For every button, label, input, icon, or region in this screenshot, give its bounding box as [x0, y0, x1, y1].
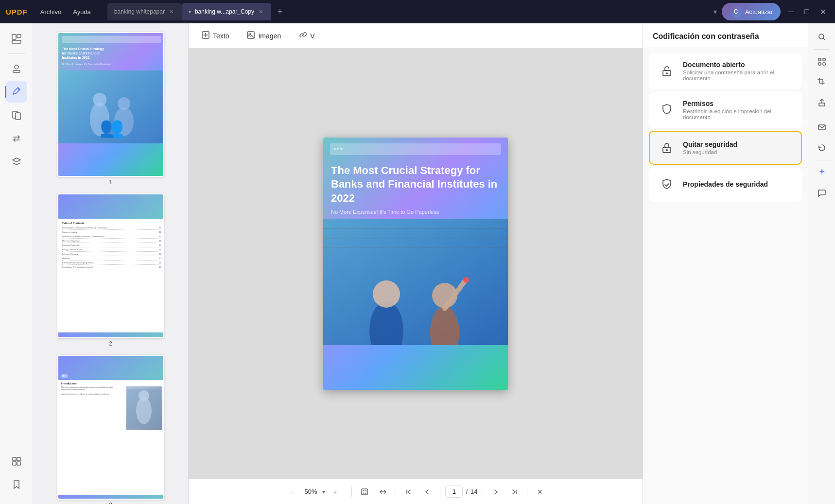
search-toolbar-icon[interactable]	[812, 27, 832, 47]
doc-viewer[interactable]: UPDF The Most Crucial Strategy for Banks…	[189, 49, 643, 479]
right-toolbar-sep-2	[814, 115, 830, 115]
svg-point-38	[666, 149, 668, 151]
menu-archivo[interactable]: Archivo	[35, 6, 66, 17]
thumb1-title: The Most Crucial Strategyfor Banks and F…	[58, 45, 164, 62]
toolbar-link[interactable]: V	[294, 28, 319, 44]
sec-open-doc[interactable]: Documento abierto Solicitar una contrase…	[649, 53, 802, 89]
svg-rect-2	[12, 40, 21, 43]
tab-1-close[interactable]: ✕	[168, 8, 175, 16]
link-tool-icon	[298, 31, 307, 41]
nav-sep-3	[440, 487, 440, 497]
thumb-num-3: 3	[109, 502, 112, 504]
crop-toolbar-icon[interactable]	[812, 72, 832, 92]
user-avatar: C	[730, 5, 742, 18]
zoom-out-button[interactable]: −	[283, 484, 299, 500]
sec-remove-security-subtitle: Sin seguridad	[683, 149, 793, 155]
svg-rect-8	[17, 457, 20, 461]
fit-page-button[interactable]	[357, 484, 372, 500]
tab-2-label: banking w...apar_Copy	[195, 8, 254, 15]
right-toolbar-sep-1	[814, 49, 830, 50]
tab-1[interactable]: banking whitepapar ✕	[107, 3, 182, 20]
fit-width-icon	[380, 488, 386, 495]
prev-page-button[interactable]	[419, 484, 435, 500]
thumb-card-2: Table of Contents Promoting Best Practic…	[57, 193, 164, 338]
thumb-card-1: The Most Crucial Strategyfor Banks and F…	[57, 32, 164, 177]
last-page-button[interactable]	[506, 484, 522, 500]
svg-point-20	[249, 33, 251, 35]
thumbnail-1[interactable]: The Most Crucial Strategyfor Banks and F…	[33, 28, 188, 190]
thumb-card-3: 01 Introduction The contemporary economi…	[57, 355, 164, 500]
link-tool-label: V	[310, 32, 314, 40]
page-sep: /	[466, 488, 468, 495]
people-scene	[323, 219, 508, 345]
zoom-value: 50%	[301, 488, 320, 495]
toc-line-2: Customer Loyalty04	[62, 231, 161, 234]
fit-page-icon	[361, 488, 368, 495]
close-nav-icon: ✕	[537, 488, 543, 496]
svg-rect-41	[823, 58, 825, 61]
toolbar-text[interactable]: Texto	[196, 28, 234, 44]
sec-properties[interactable]: Propiedades de seguridad	[649, 168, 802, 202]
thumbnail-3[interactable]: 01 Introduction The contemporary economi…	[33, 351, 188, 504]
main-page: UPDF The Most Crucial Strategy for Banks…	[323, 138, 508, 390]
prev-page-icon	[424, 488, 431, 495]
svg-rect-1	[17, 35, 21, 37]
update-button[interactable]: C Actualizar	[722, 3, 781, 20]
page-logo: UPDF	[334, 147, 345, 151]
current-page-input[interactable]	[445, 486, 463, 498]
tab-1-label: banking whitepapar	[114, 8, 165, 15]
sec-open-doc-text: Documento abierto Solicitar una contrase…	[683, 61, 793, 81]
sidebar-icon-pages[interactable]	[6, 104, 27, 126]
security-panel: Codificación con contraseña Documento ab…	[643, 23, 808, 504]
titlebar-right: ▾ C Actualizar ─ □ ✕	[713, 3, 829, 20]
sec-permissions[interactable]: Permisos Restringir la edición e impresi…	[649, 92, 802, 128]
close-nav-button[interactable]: ✕	[532, 484, 548, 500]
sec-permissions-subtitle: Restringir la edición e impresión del do…	[683, 108, 793, 120]
titlebar: UPDF Archivo Ayuda banking whitepapar ✕ …	[0, 0, 835, 23]
tab-2-close[interactable]: ✕	[257, 8, 264, 16]
zoom-in-button[interactable]: +	[327, 484, 343, 500]
nav-sep-2	[396, 487, 396, 497]
svg-point-3	[15, 65, 18, 69]
sidebar-icon-view[interactable]	[6, 28, 27, 50]
sec-remove-security-text: Quitar seguridad Sin seguridad	[683, 140, 793, 155]
sidebar-icon-stamp[interactable]	[6, 58, 27, 79]
thumbnail-2[interactable]: Table of Contents Promoting Best Practic…	[33, 190, 188, 351]
maximize-button[interactable]: □	[801, 7, 812, 16]
text-tool-icon	[201, 31, 210, 41]
minimize-button[interactable]: ─	[785, 7, 797, 16]
toc-line-3: Enhanced Customer Service and Communicat…	[62, 235, 161, 239]
restore-toolbar-icon[interactable]	[812, 138, 832, 157]
fit-width-button[interactable]	[375, 484, 391, 500]
sec-remove-security[interactable]: Quitar seguridad Sin seguridad	[649, 131, 802, 165]
close-button[interactable]: ✕	[817, 7, 829, 17]
app-logo: UPDF	[6, 8, 28, 16]
tab-overflow-chevron[interactable]: ▾	[713, 8, 717, 16]
zoom-dropdown[interactable]: ▾	[322, 488, 325, 495]
ai-toolbar-icon[interactable]	[812, 163, 832, 182]
sidebar-icon-layers-bottom[interactable]	[6, 451, 27, 472]
sidebar-icon-bookmark[interactable]	[6, 474, 27, 495]
toc-line-7: Advanced Security09	[62, 253, 161, 256]
ocr-toolbar-icon[interactable]	[812, 52, 832, 71]
toolbar-image[interactable]: Imagen	[242, 28, 286, 44]
sidebar-icon-annotate[interactable]	[6, 81, 27, 103]
sidebar-icon-layers[interactable]	[6, 151, 27, 173]
sec-remove-security-title: Quitar seguridad	[683, 140, 793, 148]
menu-bar: Archivo Ayuda	[35, 6, 96, 17]
last-page-icon	[511, 488, 518, 495]
export-toolbar-icon[interactable]	[812, 93, 832, 112]
next-page-button[interactable]	[488, 484, 504, 500]
tab-2[interactable]: ▾ banking w...apar_Copy ✕	[182, 3, 271, 20]
thumb2-content: Table of Contents Promoting Best Practic…	[58, 219, 164, 273]
update-label: Actualizar	[745, 8, 773, 16]
first-page-button[interactable]	[401, 484, 417, 500]
sidebar-icon-convert[interactable]	[6, 128, 27, 149]
menu-ayuda[interactable]: Ayuda	[68, 6, 96, 17]
main-area: The Most Crucial Strategyfor Banks and F…	[0, 23, 835, 504]
mail-toolbar-icon[interactable]	[812, 118, 832, 137]
comment-toolbar-icon[interactable]	[812, 183, 832, 203]
new-tab-button[interactable]: +	[273, 5, 287, 18]
toc-line-10: Don't Leave The Introduction Scam!12	[62, 266, 161, 269]
toc-line-1: Promoting Best Practices and Reducing Di…	[62, 226, 161, 230]
